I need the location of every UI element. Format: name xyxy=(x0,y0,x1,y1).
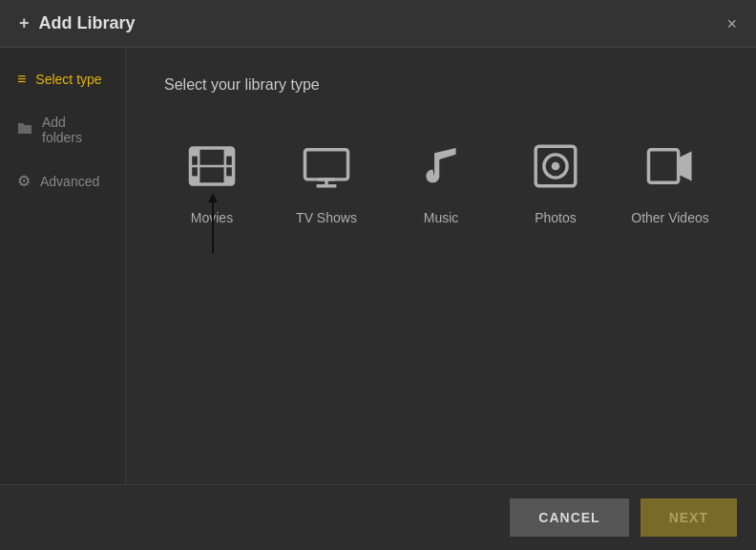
arrow-annotation xyxy=(212,201,214,253)
folder-icon xyxy=(17,120,32,139)
photos-label: Photos xyxy=(535,210,577,225)
content-area: ≡ Select type Add folders ⚙ Advanced Sel… xyxy=(0,48,756,484)
tv-shows-label: TV Shows xyxy=(296,210,357,225)
svg-rect-15 xyxy=(648,150,678,183)
main-heading: Select your library type xyxy=(164,76,718,94)
sidebar-item-select-type[interactable]: ≡ Select type xyxy=(0,57,125,101)
footer: CANCEL NEXT xyxy=(0,484,756,550)
music-icon xyxy=(407,132,475,201)
svg-rect-3 xyxy=(190,176,199,184)
title-bar-left: + Add Library xyxy=(19,13,136,33)
gear-icon: ⚙ xyxy=(17,172,31,190)
svg-point-14 xyxy=(552,162,560,171)
sidebar-item-add-folders[interactable]: Add folders xyxy=(0,101,125,159)
dialog-title: Add Library xyxy=(39,13,136,33)
svg-rect-1 xyxy=(190,148,199,157)
sidebar-item-add-folders-label: Add folders xyxy=(42,115,108,145)
cancel-button[interactable]: CANCEL xyxy=(510,498,628,537)
library-type-other-videos[interactable]: Other Videos xyxy=(622,132,718,225)
next-button[interactable]: NEXT xyxy=(640,498,737,537)
sidebar: ≡ Select type Add folders ⚙ Advanced xyxy=(0,48,126,484)
close-button[interactable]: × xyxy=(726,15,737,32)
library-type-music[interactable]: Music xyxy=(393,132,489,225)
other-videos-icon xyxy=(636,132,704,201)
menu-icon: ≡ xyxy=(17,71,26,88)
music-label: Music xyxy=(424,210,459,225)
add-library-dialog: + Add Library × ≡ Select type Add folder… xyxy=(0,0,756,550)
main-content: Select your library type xyxy=(126,48,756,484)
sidebar-item-advanced[interactable]: ⚙ Advanced xyxy=(0,159,125,203)
photos-icon xyxy=(521,132,590,201)
library-types: Movies TV Shows xyxy=(164,132,718,225)
svg-rect-4 xyxy=(225,176,234,184)
tv-shows-icon xyxy=(292,132,361,201)
svg-rect-8 xyxy=(304,150,347,180)
library-type-photos[interactable]: Photos xyxy=(508,132,603,225)
title-bar: + Add Library × xyxy=(0,0,756,48)
library-type-tv-shows[interactable]: TV Shows xyxy=(279,132,374,225)
movies-icon xyxy=(178,132,246,201)
other-videos-label: Other Videos xyxy=(631,210,708,225)
svg-marker-16 xyxy=(679,151,692,180)
svg-rect-2 xyxy=(225,148,234,157)
plus-icon: + xyxy=(19,13,30,33)
sidebar-item-advanced-label: Advanced xyxy=(40,174,99,189)
sidebar-item-select-type-label: Select type xyxy=(35,72,101,87)
